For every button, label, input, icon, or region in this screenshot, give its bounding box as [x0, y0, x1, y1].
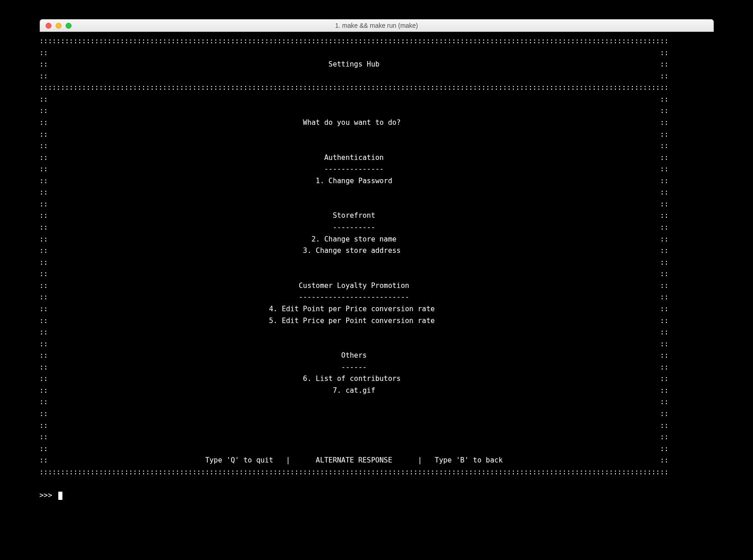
box-spacer: :: :: [40, 47, 714, 59]
box-spacer: :: :: [40, 268, 714, 280]
menu-item[interactable]: :: 1. Change Password :: [40, 175, 714, 187]
page-title: :: Settings Hub :: [40, 59, 714, 71]
box-spacer: :: :: [40, 339, 714, 350]
window-controls [46, 23, 72, 29]
footer-hints: :: Type 'Q' to quit | ALTERNATE RESPONSE… [40, 455, 714, 467]
box-spacer: :: :: [40, 432, 714, 443]
box-spacer: :: :: [40, 71, 714, 82]
box-spacer: :: :: [40, 199, 714, 211]
box-spacer: :: :: [40, 327, 714, 339]
menu-item[interactable]: :: 2. Change store name :: [40, 234, 714, 246]
section-title: :: Storefront :: [40, 210, 714, 222]
input-prompt[interactable]: >>> [40, 490, 714, 502]
menu-item[interactable]: :: 3. Change store address :: [40, 245, 714, 257]
section-title: :: Authentication :: [40, 152, 714, 164]
cursor-icon [58, 492, 62, 500]
menu-item[interactable]: :: 5. Edit Price per Point conversion ra… [40, 315, 714, 327]
section-underline: :: -------------- :: [40, 164, 714, 175]
box-spacer: :: :: [40, 105, 714, 117]
blank-line [40, 478, 714, 490]
menu-item[interactable]: :: 7. cat.gif :: [40, 385, 714, 397]
box-spacer: :: :: [40, 257, 714, 269]
section-underline: :: -------------------------- :: [40, 292, 714, 303]
box-spacer: :: :: [40, 408, 714, 420]
prompt-symbol: >>> [40, 490, 56, 502]
window-titlebar: 1. make && make run (make) [40, 19, 714, 32]
section-underline: :: ------ :: [40, 362, 714, 374]
box-spacer: :: :: [40, 140, 714, 152]
menu-item[interactable]: :: 4. Edit Point per Price conversion ra… [40, 303, 714, 315]
minimize-icon[interactable] [56, 23, 61, 29]
section-title: :: Customer Loyalty Promotion :: [40, 280, 714, 292]
box-border-divider: ::::::::::::::::::::::::::::::::::::::::… [40, 82, 714, 94]
box-border-top: ::::::::::::::::::::::::::::::::::::::::… [40, 36, 714, 47]
zoom-icon[interactable] [66, 23, 72, 29]
terminal-window: 1. make && make run (make) :::::::::::::… [40, 19, 714, 502]
box-border-bottom: ::::::::::::::::::::::::::::::::::::::::… [40, 467, 714, 478]
window-title: 1. make && make run (make) [40, 22, 713, 29]
terminal-output: ::::::::::::::::::::::::::::::::::::::::… [40, 32, 714, 502]
prompt-question: :: What do you want to do? :: [40, 117, 714, 129]
box-spacer: :: :: [40, 187, 714, 199]
section-title: :: Others :: [40, 350, 714, 362]
menu-item[interactable]: :: 6. List of contributors :: [40, 373, 714, 385]
close-icon[interactable] [46, 23, 51, 29]
section-underline: :: ---------- :: [40, 222, 714, 234]
box-spacer: :: :: [40, 396, 714, 408]
box-spacer: :: :: [40, 443, 714, 455]
box-spacer: :: :: [40, 129, 714, 141]
box-spacer: :: :: [40, 94, 714, 106]
box-spacer: :: :: [40, 420, 714, 432]
